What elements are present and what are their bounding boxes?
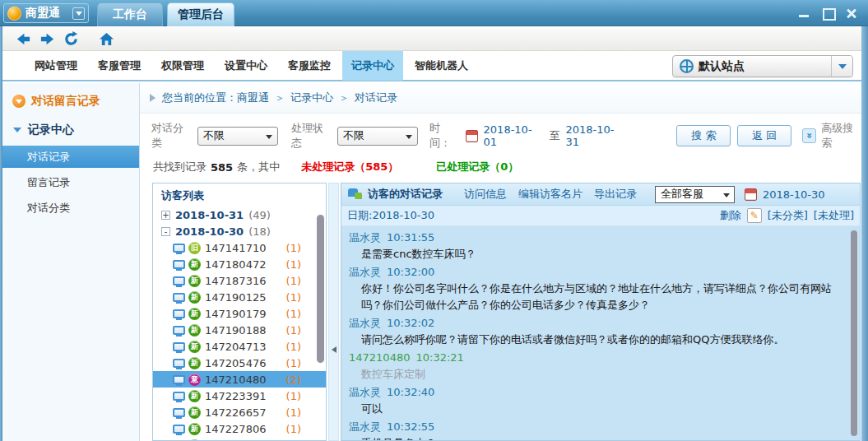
sidebar-item-chat-records[interactable]: 对话记录 xyxy=(2,146,139,168)
date-from-field[interactable]: 2018-10-01 xyxy=(484,123,542,148)
visitor-row[interactable]: 新 147205476 (1) xyxy=(153,355,326,371)
menu-settings-center[interactable]: 设置中心 xyxy=(216,51,276,81)
visitor-list-scrollbar[interactable] xyxy=(316,210,325,438)
stats-total-count: 585 xyxy=(211,161,233,174)
monitor-icon xyxy=(173,408,185,417)
visitor-row[interactable]: 意 147210480 (2) xyxy=(153,371,326,388)
tab-workbench[interactable]: 工作台 xyxy=(97,2,163,26)
visitor-row[interactable]: 新 147223391 (1) xyxy=(153,388,326,404)
visitor-badge: 新 xyxy=(188,324,201,337)
back-icon[interactable] xyxy=(16,31,31,47)
visitor-row[interactable]: 新 147187316 (1) xyxy=(153,272,326,289)
visitor-row[interactable]: 新 147227806 (1) xyxy=(153,420,326,437)
collapse-icon[interactable]: - xyxy=(161,227,170,236)
menu-permission-mgmt[interactable]: 权限管理 xyxy=(152,51,213,81)
visitor-id: 147205476 xyxy=(205,357,266,369)
agent-select-value: 全部客服 xyxy=(661,187,703,202)
visitor-id: 147204713 xyxy=(205,341,266,353)
export-records-link[interactable]: 导出记录 xyxy=(594,187,637,202)
advanced-search-link[interactable]: 高级搜索 xyxy=(821,121,861,151)
visitor-badge: 新 xyxy=(188,390,201,402)
visitor-row[interactable]: 新 147190188 (1) xyxy=(153,322,326,338)
message-text: 数控车床定制 xyxy=(349,366,842,383)
unprocessed-records-link[interactable]: 未处理记录（585） xyxy=(301,160,398,174)
site-selector[interactable]: 默认站点 xyxy=(672,55,853,77)
menu-smart-robot[interactable]: 智能机器人 xyxy=(406,51,477,81)
chat-date-field[interactable]: 2018-10-30 xyxy=(763,188,825,201)
message-text: 请问怎么称呼你呢？请留下你的电话或者微信好吗？或者你的的邮箱和QQ方便我联络你。 xyxy=(349,332,842,348)
return-button[interactable]: 返 回 xyxy=(737,125,791,146)
menu-service-mgmt[interactable]: 客服管理 xyxy=(89,51,150,81)
logo-dropdown-icon[interactable] xyxy=(72,7,85,20)
breadcrumb-separator: ＞ xyxy=(275,91,285,105)
menu-service-monitor[interactable]: 客服监控 xyxy=(279,51,340,81)
refresh-icon[interactable] xyxy=(63,31,79,47)
app-logo[interactable]: 商盟通 xyxy=(3,3,89,23)
visitor-message-count: (1) xyxy=(286,258,301,271)
sidebar-item-message-records[interactable]: 留言记录 xyxy=(2,171,139,193)
edit-visitor-card-link[interactable]: 编辑访客名片 xyxy=(518,187,583,202)
scrollbar-thumb[interactable] xyxy=(851,230,857,436)
search-button[interactable]: 搜 索 xyxy=(676,125,731,146)
category-select[interactable]: 不限 xyxy=(197,127,278,146)
date-to-field[interactable]: 2018-10-31 xyxy=(566,123,624,148)
visitor-badge: 新 xyxy=(188,308,201,320)
status-select[interactable]: 不限 xyxy=(337,127,418,146)
chat-messages: 温水灵10:31:55 是需要cnc数控车床吗？ 温水灵10:32:00 你好！… xyxy=(341,226,860,440)
sidebar-group-record-center[interactable]: 记录中心 xyxy=(2,109,139,142)
breadcrumb-part-record-center[interactable]: 记录中心 xyxy=(290,91,333,105)
filter-row: 对话分类 不限 处理状态 不限 时间： 2018-10-01 至 2018-10… xyxy=(140,117,861,155)
message-sender: 147210480 xyxy=(349,351,410,364)
visitor-row[interactable]: 旧 147141710 (1) xyxy=(153,239,326,256)
visitor-list-title: 访客列表 xyxy=(153,183,326,207)
message-time: 10:32:40 xyxy=(387,386,434,398)
delete-link[interactable]: 删除 xyxy=(720,208,741,223)
tree-group-2018-10-30[interactable]: - 2018-10-30 (18) xyxy=(153,223,326,239)
close-icon[interactable] xyxy=(845,7,858,19)
visit-info-link[interactable]: 访问信息 xyxy=(464,187,507,202)
processed-records-link[interactable]: 已处理记录（0） xyxy=(436,160,518,174)
visitor-row[interactable]: 新 147204713 (1) xyxy=(153,338,326,355)
collapse-left-icon[interactable] xyxy=(332,346,337,353)
monitor-icon xyxy=(173,375,185,384)
chat-scrollbar[interactable] xyxy=(850,229,858,437)
calendar-icon[interactable] xyxy=(745,188,757,201)
visitor-id: 147210480 xyxy=(205,374,266,386)
double-chevron-down-icon[interactable]: » xyxy=(802,128,816,143)
calendar-icon[interactable] xyxy=(466,130,478,142)
menu-website-mgmt[interactable]: 网站管理 xyxy=(26,51,86,81)
tag-uncategorized[interactable]: [未分类] xyxy=(768,208,808,223)
forward-icon[interactable] xyxy=(39,31,55,47)
visitor-row[interactable]: 新 147190125 (1) xyxy=(153,289,326,305)
panel-collapse-strip[interactable] xyxy=(328,183,339,441)
breadcrumb-part-app[interactable]: 商盟通 xyxy=(237,91,269,105)
menu-record-center[interactable]: 记录中心 xyxy=(342,51,403,81)
chat-message: 温水灵10:32:55 手机号是多少？ xyxy=(349,418,842,440)
scrollbar-thumb[interactable] xyxy=(317,215,324,363)
globe-icon xyxy=(680,59,694,73)
minimize-icon[interactable] xyxy=(797,7,810,19)
agent-select[interactable]: 全部客服 xyxy=(655,186,735,203)
home-icon[interactable] xyxy=(99,31,114,47)
visitor-row[interactable]: 新 147180472 (1) xyxy=(153,256,326,272)
breadcrumb-part-chat-records[interactable]: 对话记录 xyxy=(355,91,397,105)
tree-group-2018-10-31[interactable]: + 2018-10-31 (49) xyxy=(153,207,326,223)
visitor-row[interactable]: 新 147190179 (1) xyxy=(153,305,326,322)
chevron-down-icon xyxy=(266,135,272,139)
category-select-value: 不限 xyxy=(203,128,225,143)
sidebar-item-chat-categories[interactable]: 对话分类 xyxy=(2,197,139,219)
tab-admin-backend[interactable]: 管理后台 xyxy=(167,2,234,26)
visitor-row[interactable]: 新 147228302 (1) xyxy=(153,437,326,441)
pencil-icon[interactable] xyxy=(747,208,762,223)
maximize-icon[interactable] xyxy=(821,7,834,19)
category-filter-label: 对话分类 xyxy=(151,121,192,151)
visitor-row[interactable]: 新 147226657 (1) xyxy=(153,404,326,420)
expand-icon[interactable]: + xyxy=(161,211,170,220)
chat-message: 温水灵10:32:02 请问怎么称呼你呢？请留下你的电话或者微信好吗？或者你的的… xyxy=(349,314,842,348)
site-selector-dropdown-icon[interactable] xyxy=(831,56,852,77)
window-controls xyxy=(797,7,858,19)
message-time: 10:31:55 xyxy=(387,231,434,244)
status-select-value: 不限 xyxy=(343,128,364,143)
monitor-icon xyxy=(173,342,185,351)
tag-unprocessed[interactable]: [未处理] xyxy=(814,208,854,223)
